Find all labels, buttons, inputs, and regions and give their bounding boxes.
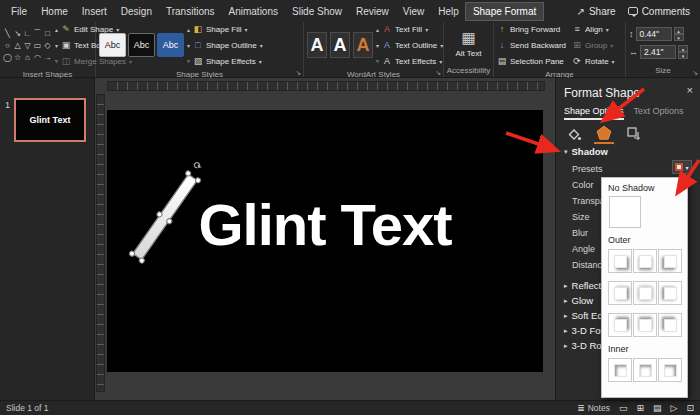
resize-handle[interactable]	[184, 169, 192, 177]
tab-review[interactable]: Review	[349, 3, 396, 20]
shapes-gallery[interactable]: ╲ ↘ ∟ ⌒ □ ○ △ ▽ ▭ ◇ ◯ ☆ ⌂ ◠ →	[3, 28, 52, 63]
tab-help[interactable]: Help	[431, 3, 466, 20]
rotate-handle-icon[interactable]: ⟳	[191, 159, 204, 173]
preset-outer-top-right[interactable]	[608, 313, 632, 337]
shape-style-preset-3[interactable]: Abc	[157, 33, 184, 57]
shape-icon[interactable]: □	[43, 28, 52, 39]
width-down-button[interactable]: ▾	[678, 52, 688, 59]
wordart-preset-1[interactable]: A	[307, 32, 327, 58]
styles-up-icon[interactable]: ▴	[187, 26, 190, 33]
bring-forward-button[interactable]: ↑ Bring Forward	[497, 24, 566, 34]
shape-style-preset-2[interactable]: Abc	[128, 33, 155, 57]
preset-outer-bottom-right[interactable]	[608, 249, 632, 273]
tab-shape-format[interactable]: Shape Format	[466, 3, 543, 20]
wordart-down-icon[interactable]: ▾	[376, 42, 379, 49]
wordart-more-icon[interactable]: ▿	[376, 57, 379, 64]
preset-outer-bottom-left[interactable]	[658, 249, 682, 273]
shape-icon[interactable]: ☆	[13, 52, 22, 63]
rotate-button[interactable]: ⟳ Rotate	[572, 56, 615, 66]
shape-icon[interactable]: ▽	[23, 40, 32, 51]
shape-icon[interactable]: ◠	[33, 52, 42, 63]
tab-text-options[interactable]: Text Options	[634, 106, 684, 120]
shape-fill-button[interactable]: ◧ Shape Fill	[193, 24, 263, 34]
tab-slide-show[interactable]: Slide Show	[285, 3, 349, 20]
size-properties-icon[interactable]	[624, 124, 644, 144]
share-button[interactable]: ↗ Share	[577, 6, 616, 17]
shape-height-input[interactable]: 0.44"	[636, 27, 672, 41]
text-fill-button[interactable]: A Text Fill	[382, 24, 443, 34]
resize-handle[interactable]	[165, 217, 173, 225]
shape-icon[interactable]: →	[43, 52, 52, 63]
fill-line-icon[interactable]	[564, 124, 584, 144]
section-shadow[interactable]: ▾ Shadow	[564, 146, 608, 157]
shape-effects-button[interactable]: ▨ Shape Effects	[193, 56, 263, 66]
preset-inner-top-right[interactable]	[658, 358, 682, 382]
view-slideshow-button[interactable]: ▷	[671, 403, 678, 413]
tab-view[interactable]: View	[396, 3, 432, 20]
preset-outer-top-left[interactable]	[658, 313, 682, 337]
tab-transitions[interactable]: Transitions	[159, 3, 222, 20]
view-normal-button[interactable]: ▭	[619, 403, 628, 413]
styles-down-icon[interactable]: ▾	[187, 42, 190, 49]
gallery-more-icon[interactable]: ▿	[55, 57, 58, 64]
shape-style-preset-1[interactable]: Abc	[99, 33, 126, 57]
tab-shape-options[interactable]: Shape Options	[564, 106, 624, 120]
preset-outer-left[interactable]	[658, 281, 682, 305]
shape-icon[interactable]: △	[13, 40, 22, 51]
glint-shape[interactable]: ⟳	[132, 173, 198, 260]
width-up-button[interactable]: ▴	[678, 45, 688, 52]
shape-icon[interactable]: ∟	[23, 28, 32, 39]
styles-more-icon[interactable]: ▿	[187, 57, 190, 64]
section-glow[interactable]: ▸ Glow	[564, 295, 593, 306]
shape-icon[interactable]: ◇	[43, 40, 52, 51]
effects-icon[interactable]	[594, 124, 614, 144]
resize-handle[interactable]	[194, 176, 202, 184]
height-up-button[interactable]: ▴	[674, 27, 684, 34]
slide-title-text[interactable]: Glint Text	[198, 191, 451, 258]
fit-to-window-button[interactable]: ⊡	[686, 403, 694, 413]
preset-outer-center[interactable]	[633, 281, 657, 305]
text-outline-button[interactable]: A Text Outline	[382, 40, 443, 50]
resize-handle[interactable]	[138, 256, 146, 264]
wordart-preset-2[interactable]: A	[330, 32, 350, 58]
tab-file[interactable]: File	[4, 3, 34, 20]
shape-width-input[interactable]: 2.41"	[640, 45, 676, 59]
slide-thumbnail[interactable]: Glint Text	[14, 98, 86, 142]
size-dialog-launcher-icon[interactable]: ↘	[692, 69, 698, 77]
shape-icon[interactable]: ⌒	[33, 28, 42, 39]
group-button[interactable]: ⊞ Group	[572, 40, 615, 50]
tab-insert[interactable]: Insert	[75, 3, 114, 20]
notes-button[interactable]: ≣ Notes	[577, 403, 610, 413]
view-reading-button[interactable]: ▤	[653, 403, 662, 413]
comments-button[interactable]: Comments	[628, 6, 690, 17]
selection-pane-button[interactable]: ▤ Selection Pane	[497, 56, 566, 66]
wordart-up-icon[interactable]: ▴	[376, 26, 379, 33]
preset-outer-right[interactable]	[608, 281, 632, 305]
shape-styles-dialog-launcher-icon[interactable]: ↘	[295, 69, 301, 77]
preset-inner-top[interactable]	[633, 358, 657, 382]
view-slide-sorter-button[interactable]: ⊞	[636, 403, 644, 413]
close-panel-icon[interactable]: ×	[687, 84, 693, 96]
preset-inner-top-left[interactable]	[608, 358, 632, 382]
preset-outer-top[interactable]	[633, 313, 657, 337]
height-down-button[interactable]: ▾	[674, 34, 684, 41]
shadow-presets-dropdown[interactable]: ▾	[672, 160, 692, 174]
wordart-dialog-launcher-icon[interactable]: ↘	[435, 69, 441, 77]
tab-home[interactable]: Home	[34, 3, 75, 20]
align-button[interactable]: ≡ Align	[572, 24, 615, 34]
tab-design[interactable]: Design	[114, 3, 159, 20]
shape-outline-button[interactable]: □ Shape Outline	[193, 40, 263, 50]
horizontal-ruler[interactable]	[107, 81, 545, 91]
wordart-preset-3[interactable]: A	[353, 32, 373, 58]
vertical-ruler[interactable]	[96, 94, 105, 392]
shape-icon[interactable]: ○	[3, 40, 12, 51]
resize-handle[interactable]	[128, 250, 136, 258]
preset-no-shadow[interactable]	[609, 196, 641, 228]
shape-icon[interactable]: ▭	[33, 40, 42, 51]
preset-outer-bottom[interactable]	[633, 249, 657, 273]
shape-icon[interactable]: ◯	[3, 52, 12, 63]
tab-animations[interactable]: Animations	[222, 3, 285, 20]
gallery-down-icon[interactable]: ▾	[55, 42, 58, 49]
shape-icon[interactable]: ↘	[13, 28, 22, 39]
resize-handle[interactable]	[155, 210, 163, 218]
